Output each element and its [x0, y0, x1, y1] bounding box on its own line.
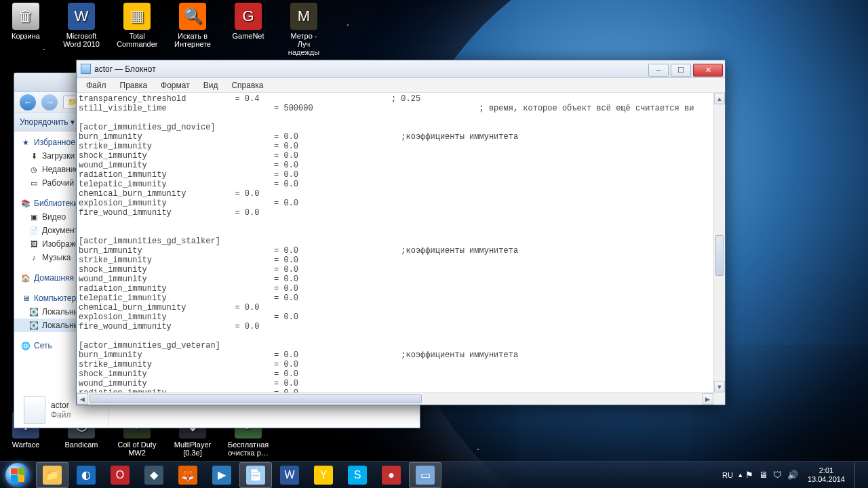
app1-icon: ◆: [144, 466, 163, 485]
tray-icon[interactable]: 🖥: [759, 470, 768, 480]
app-icon: M: [290, 3, 317, 30]
desktop-icon-gamenet[interactable]: GGameNet: [228, 3, 269, 56]
firefox-icon: 🦊: [178, 466, 197, 485]
taskbar-item-bandicam[interactable]: ●: [375, 462, 408, 488]
date: 13.04.2014: [808, 475, 845, 484]
forward-button[interactable]: →: [41, 94, 58, 110]
desktop-icon-искать-в-интернете[interactable]: 🔍Искать в Интернете: [172, 3, 213, 56]
opera-icon: O: [111, 466, 130, 485]
menu-Файл[interactable]: Файл: [79, 79, 113, 92]
file-type: Файл: [51, 410, 71, 420]
menu-Вид[interactable]: Вид: [197, 79, 225, 92]
desktop-icon-total-commander[interactable]: ▦Total Commander: [117, 3, 157, 56]
yandex-icon: Y: [314, 466, 333, 485]
notepad-window[interactable]: actor — Блокнот – ☐ ✕ ФайлПравкаФорматВи…: [76, 60, 726, 405]
desktop-icon-microsoft-word-2010[interactable]: WMicrosoft Word 2010: [61, 3, 102, 56]
close-button[interactable]: ✕: [693, 64, 723, 77]
language-indicator[interactable]: RU: [717, 471, 738, 479]
notepad-content[interactable]: transparency_threshold = 0.4 ; 0.25 stil…: [77, 93, 725, 392]
desktop-icon-корзина[interactable]: 🗑Корзина: [5, 3, 46, 56]
vertical-scrollbar[interactable]: ▲ ▼: [713, 93, 725, 392]
icon-label: Warface: [5, 441, 46, 449]
time: 2:01: [808, 466, 845, 475]
icon-label: Bandicam: [61, 441, 102, 449]
menu-Формат[interactable]: Формат: [154, 79, 197, 92]
icon-label: Метро - Луч надежды: [283, 32, 324, 56]
kmp-icon: ▶: [212, 466, 231, 485]
skype-icon: S: [348, 466, 367, 485]
icon-label: Бесплатная очистка р…: [228, 441, 269, 457]
app-icon: ▦: [123, 3, 151, 30]
file-item[interactable]: actor Файл: [24, 396, 71, 424]
tray-icon[interactable]: 🛡: [773, 470, 782, 480]
app-icon: 🗑: [12, 3, 39, 30]
icon-label: Искать в Интернете: [172, 32, 213, 48]
taskbar-item-app2[interactable]: ▭: [409, 462, 441, 488]
file-icon: [24, 396, 45, 424]
tray-icon[interactable]: 🔊: [787, 470, 798, 480]
word-icon: W: [280, 466, 299, 485]
back-button[interactable]: ←: [20, 94, 36, 110]
explorer-icon: 📁: [43, 466, 62, 485]
app-icon: G: [235, 3, 262, 30]
scroll-down-button[interactable]: ▼: [714, 381, 725, 392]
clock[interactable]: 2:01 13.04.2014: [801, 466, 852, 484]
taskbar-item-explorer[interactable]: 📁: [36, 462, 68, 488]
taskbar-item-skype[interactable]: S: [341, 462, 374, 488]
icon-label: Total Commander: [117, 32, 157, 48]
taskbar-item-opera[interactable]: O: [104, 462, 136, 488]
start-button[interactable]: [0, 462, 35, 489]
notepad-icon: 📄: [246, 466, 265, 485]
scroll-left-button[interactable]: ◀: [77, 393, 88, 405]
notepad-icon: [81, 64, 91, 74]
taskbar-item-kmp[interactable]: ▶: [205, 462, 238, 488]
scroll-right-button[interactable]: ▶: [702, 393, 713, 405]
taskbar-item-yandex[interactable]: Y: [307, 462, 340, 488]
taskbar-item-wmp[interactable]: ◐: [70, 462, 102, 488]
hscroll-thumb[interactable]: [90, 394, 422, 403]
maximize-button[interactable]: ☐: [671, 64, 691, 77]
desktop-icon-метро-луч-надежды[interactable]: MМетро - Луч надежды: [283, 3, 324, 56]
app-icon: 🔍: [179, 3, 206, 30]
taskbar-item-app1[interactable]: ◆: [138, 462, 170, 488]
scroll-up-button[interactable]: ▲: [714, 93, 725, 104]
bandicam-icon: ●: [382, 466, 401, 485]
horizontal-scrollbar[interactable]: ◀ ▶: [77, 392, 713, 405]
system-tray: RU ▴ ⚑🖥🛡🔊 2:01 13.04.2014: [717, 462, 868, 488]
wmp-icon: ◐: [77, 466, 96, 485]
taskbar-item-firefox[interactable]: 🦊: [172, 462, 204, 488]
icon-label: GameNet: [228, 32, 269, 40]
windows-logo-icon: [5, 463, 30, 487]
notepad-title: actor — Блокнот: [94, 64, 156, 74]
notepad-text-area[interactable]: transparency_threshold = 0.4 ; 0.25 stil…: [77, 93, 725, 392]
taskbar-item-word[interactable]: W: [273, 462, 306, 488]
icon-label: MultiPlayer [0.3е]: [172, 441, 213, 457]
taskbar-item-notepad[interactable]: 📄: [239, 462, 272, 488]
organize-button[interactable]: Упорядочить ▾: [20, 117, 75, 127]
icon-label: Coll of Duty MW2: [117, 441, 157, 457]
show-desktop-button[interactable]: [854, 462, 864, 488]
vscroll-thumb[interactable]: [715, 235, 724, 276]
minimize-button[interactable]: –: [648, 64, 669, 77]
app-icon: W: [68, 3, 95, 30]
icon-label: Microsoft Word 2010: [61, 32, 102, 48]
notepad-menubar: ФайлПравкаФорматВидСправка: [77, 78, 725, 93]
tray-icon[interactable]: ⚑: [745, 470, 753, 480]
taskbar: 📁◐O◆🦊▶📄WYS●▭ RU ▴ ⚑🖥🛡🔊 2:01 13.04.2014: [0, 461, 868, 488]
file-name: actor: [51, 401, 71, 410]
icon-label: Корзина: [5, 32, 46, 40]
notepad-titlebar[interactable]: actor — Блокнот – ☐ ✕: [77, 60, 725, 78]
menu-Справка[interactable]: Справка: [224, 79, 270, 92]
menu-Правка[interactable]: Правка: [113, 79, 155, 92]
app2-icon: ▭: [416, 466, 435, 485]
scroll-corner: [713, 392, 725, 405]
